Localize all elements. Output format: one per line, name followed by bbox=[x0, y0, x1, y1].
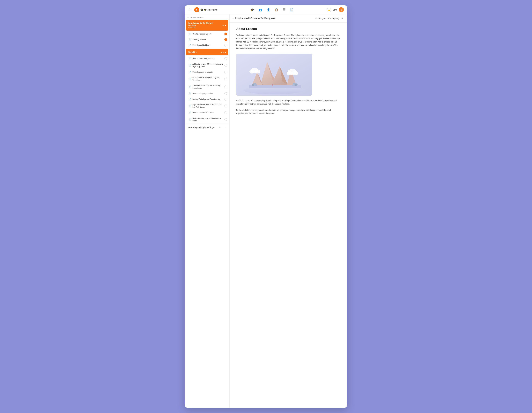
svg-rect-0 bbox=[189, 9, 190, 9]
lesson-check-completed: ✓ bbox=[224, 38, 227, 41]
lesson-check-empty bbox=[224, 85, 227, 88]
progress-percent: (10%) bbox=[334, 17, 339, 20]
sidebar-toggle-button[interactable] bbox=[188, 8, 193, 12]
lesson-item-shaping-model[interactable]: 📄 Shaping a model ✓ bbox=[185, 37, 229, 42]
progress-label: Your Progress: bbox=[315, 17, 327, 20]
lesson-item-create-simple-object[interactable]: 📄 Create a simple Object ✓ bbox=[185, 31, 229, 37]
svg-point-27 bbox=[292, 84, 294, 86]
svg-point-21 bbox=[292, 71, 298, 75]
lesson-para-1: In this class, we will get set up by dow… bbox=[236, 99, 341, 106]
texturing-section-nav[interactable]: Texturing and Light settings 0/6 › bbox=[186, 124, 228, 131]
lesson-image bbox=[236, 54, 312, 96]
close-button[interactable]: ✕ bbox=[341, 16, 344, 20]
lesson-item-add-primative[interactable]: 📄 How to add a new primative. bbox=[185, 56, 229, 61]
users-nav-icon[interactable]: 👥 bbox=[259, 8, 262, 11]
svg-rect-5 bbox=[190, 11, 192, 11]
lesson-item-tools[interactable]: 📄 See the various ways of accessing thos… bbox=[185, 83, 229, 91]
user-name-label: John bbox=[333, 9, 337, 11]
intro-section-subtitle: 8 lectures bbox=[188, 27, 222, 29]
lesson-title: Scaling Rotating and Transforming bbox=[192, 98, 223, 100]
svg-rect-3 bbox=[190, 9, 192, 9]
modelling-section-header[interactable]: Modelling 0/10 ▾ bbox=[186, 49, 228, 55]
logo-icon: b bbox=[194, 7, 199, 12]
lesson-check-empty bbox=[224, 111, 227, 114]
intro-section-header[interactable]: Introduction to the Blender Interface 8 … bbox=[186, 20, 228, 30]
lesson-check-empty bbox=[224, 44, 227, 47]
progress-text: Your Progress: 2 of 20 (10%) bbox=[315, 17, 339, 20]
lesson-title: Shaping a model bbox=[192, 38, 223, 41]
svg-point-23 bbox=[252, 84, 254, 86]
lesson-check-empty bbox=[224, 78, 227, 80]
lesson-doc-icon: 📄 bbox=[189, 112, 191, 114]
main-layout: COURSE CONTENT Introduction to the Blend… bbox=[185, 14, 347, 408]
profile-nav-icon[interactable]: 👤 bbox=[267, 8, 270, 11]
courses-nav-icon[interactable]: 🎓 bbox=[251, 8, 254, 11]
lesson-check-empty bbox=[224, 118, 227, 121]
lesson-check-empty bbox=[224, 105, 227, 107]
back-arrow-button[interactable]: ‹ bbox=[233, 17, 234, 20]
lesson-item-light-texture[interactable]: 📄 Light Texture or How to Breathe Life i… bbox=[185, 102, 229, 110]
svg-point-28 bbox=[272, 84, 273, 85]
intro-section-chevron: ▾ bbox=[225, 24, 226, 26]
lesson-item-illuminate[interactable]: 📄 Understanding ways to illuminate a sce… bbox=[185, 116, 229, 123]
lesson-doc-icon: 📄 bbox=[189, 71, 191, 73]
lesson-doc-icon: 📄 bbox=[189, 86, 191, 88]
lesson-title: See the various ways of accessing those … bbox=[192, 84, 223, 89]
lesson-intro-text: Welcome to the Introduction to Blender F… bbox=[236, 34, 341, 50]
nav-left: b 🎓 🎓 Tutor LMS bbox=[188, 7, 218, 12]
lesson-check-completed: ✓ bbox=[224, 32, 227, 35]
sidebar: COURSE CONTENT Introduction to the Blend… bbox=[185, 14, 229, 408]
svg-point-24 bbox=[255, 83, 257, 86]
lesson-para-2: By the end of this class, you will have … bbox=[236, 108, 341, 115]
lesson-title: Understanding ways to illuminate a scene bbox=[192, 117, 223, 122]
lesson-doc-icon: 📄 bbox=[189, 98, 191, 100]
intro-lessons-list: 📄 Create a simple Object ✓ 📄 Shaping a m… bbox=[185, 31, 229, 48]
app-container: b 🎓 🎓 Tutor LMS 🎓 👥 👤 📋 🎞 📄 🌙 John J C bbox=[185, 5, 347, 408]
lesson-image-svg bbox=[236, 54, 312, 96]
reports-nav-icon[interactable]: 📄 bbox=[290, 8, 294, 11]
media-nav-icon[interactable]: 🎞 bbox=[283, 8, 285, 11]
lesson-check-empty bbox=[224, 98, 227, 101]
svg-rect-1 bbox=[189, 10, 190, 10]
progress-total: 20 bbox=[332, 17, 333, 20]
lesson-item-modeling-rigid[interactable]: 📄 Modeling rigid objects bbox=[185, 42, 229, 48]
modelling-section-title: Modelling bbox=[188, 51, 221, 53]
lesson-item-high-poly[interactable]: 📄 Add detail to your 3D model without a … bbox=[185, 61, 229, 69]
nav-right: 🌙 John J bbox=[327, 7, 344, 12]
lesson-item-3d-texture[interactable]: 📄 How to create a 3D texture bbox=[185, 110, 229, 116]
content-header: ‹ Inspirational 3D course for Designers … bbox=[229, 14, 347, 23]
sidebar-header: COURSE CONTENT bbox=[185, 14, 229, 20]
modelling-section-chevron: ▾ bbox=[225, 51, 226, 53]
lesson-title: Learn about Scaling Rotating and Tranlat… bbox=[192, 76, 223, 81]
lesson-check-empty bbox=[224, 92, 227, 95]
lesson-title: Light Texture or How to Breathe Life int… bbox=[192, 103, 223, 108]
lesson-doc-icon: 📄 bbox=[189, 44, 191, 46]
content-area: ‹ Inspirational 3D course for Designers … bbox=[229, 14, 347, 408]
theme-toggle-button[interactable]: 🌙 bbox=[327, 8, 331, 12]
texturing-section-title: Texturing and Light settings bbox=[188, 126, 214, 128]
assignments-nav-icon[interactable]: 📋 bbox=[275, 8, 278, 11]
content-body: About Lesson Welcome to the Introduction… bbox=[229, 23, 347, 408]
svg-point-20 bbox=[287, 71, 292, 75]
lesson-check-empty bbox=[224, 64, 227, 67]
lesson-check-empty bbox=[224, 57, 227, 60]
modelling-lessons-list: 📄 How to add a new primative. 📄 Add deta… bbox=[185, 56, 229, 123]
lesson-item-scaling-rotating[interactable]: 📄 Learn about Scaling Rotating and Tranl… bbox=[185, 75, 229, 83]
lesson-title: Modeling rigid objects bbox=[192, 44, 223, 46]
svg-point-17 bbox=[249, 69, 255, 74]
lesson-doc-icon: 📄 bbox=[189, 39, 191, 41]
course-title-label: Inspirational 3D course for Designers bbox=[235, 17, 313, 20]
lesson-doc-icon: 📄 bbox=[189, 78, 191, 80]
lesson-item-change-view[interactable]: 📄 How to change your view bbox=[185, 91, 229, 96]
lesson-title: Add detail to your 3D model without a Hi… bbox=[192, 63, 223, 68]
lesson-doc-icon: 📄 bbox=[189, 33, 191, 35]
svg-rect-29 bbox=[272, 85, 273, 86]
user-avatar[interactable]: J bbox=[339, 7, 344, 12]
lesson-title: How to create a 3D texture bbox=[192, 111, 223, 114]
lesson-item-organic[interactable]: 📄 Modeling organic objects bbox=[185, 69, 229, 75]
nav-logo: b 🎓 🎓 Tutor LMS bbox=[194, 7, 218, 12]
svg-rect-4 bbox=[190, 10, 192, 10]
lesson-heading: About Lesson bbox=[236, 27, 341, 31]
modelling-section-count: 0/10 bbox=[221, 51, 224, 53]
lesson-item-scaling-transforming[interactable]: 📄 Scaling Rotating and Transforming bbox=[185, 96, 229, 102]
